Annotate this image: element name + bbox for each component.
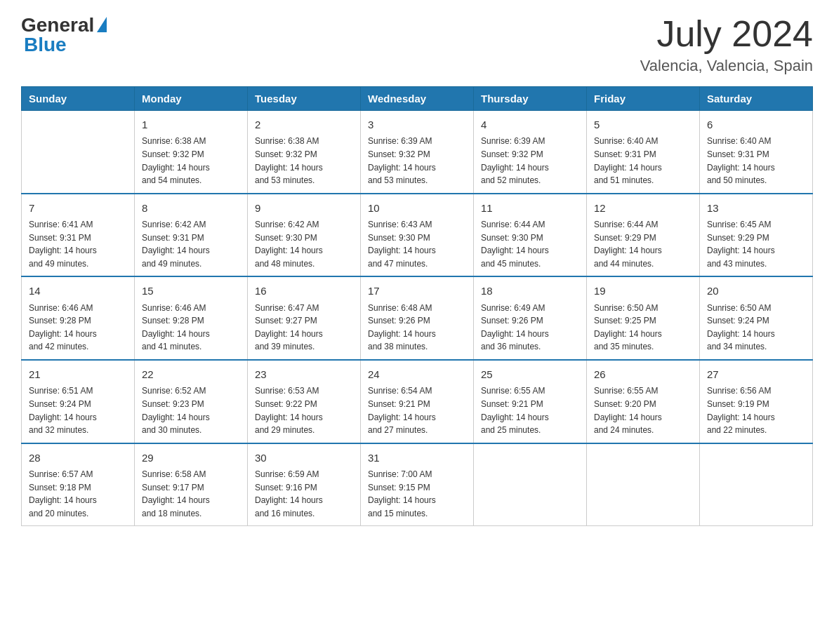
day-info: Sunrise: 6:55 AMSunset: 9:21 PMDaylight:… bbox=[481, 384, 579, 436]
day-number: 1 bbox=[142, 116, 240, 133]
day-info: Sunrise: 6:44 AMSunset: 9:29 PMDaylight:… bbox=[594, 218, 692, 270]
calendar-cell: 26Sunrise: 6:55 AMSunset: 9:20 PMDayligh… bbox=[587, 360, 700, 443]
day-info: Sunrise: 6:41 AMSunset: 9:31 PMDaylight:… bbox=[29, 218, 127, 270]
calendar-cell: 5Sunrise: 6:40 AMSunset: 9:31 PMDaylight… bbox=[587, 111, 700, 194]
day-info: Sunrise: 6:45 AMSunset: 9:29 PMDaylight:… bbox=[707, 218, 805, 270]
weekday-header-thursday: Thursday bbox=[474, 87, 587, 111]
calendar-cell: 16Sunrise: 6:47 AMSunset: 9:27 PMDayligh… bbox=[248, 276, 361, 360]
logo: General Blue bbox=[21, 14, 107, 56]
weekday-header-wednesday: Wednesday bbox=[361, 87, 474, 111]
calendar-cell: 10Sunrise: 6:43 AMSunset: 9:30 PMDayligh… bbox=[361, 194, 474, 277]
day-number: 8 bbox=[142, 200, 240, 216]
day-number: 13 bbox=[707, 200, 805, 216]
day-info: Sunrise: 6:42 AMSunset: 9:30 PMDaylight:… bbox=[255, 218, 353, 270]
calendar-cell: 13Sunrise: 6:45 AMSunset: 9:29 PMDayligh… bbox=[700, 194, 813, 277]
calendar-cell: 3Sunrise: 6:39 AMSunset: 9:32 PMDaylight… bbox=[361, 111, 474, 194]
calendar-cell: 23Sunrise: 6:53 AMSunset: 9:22 PMDayligh… bbox=[248, 360, 361, 443]
calendar-cell: 6Sunrise: 6:40 AMSunset: 9:31 PMDaylight… bbox=[700, 111, 813, 194]
calendar-cell bbox=[700, 443, 813, 526]
day-number: 30 bbox=[255, 450, 353, 466]
day-info: Sunrise: 6:42 AMSunset: 9:31 PMDaylight:… bbox=[142, 218, 240, 270]
day-info: Sunrise: 6:50 AMSunset: 9:25 PMDaylight:… bbox=[594, 302, 692, 354]
logo-triangle-icon bbox=[97, 17, 107, 32]
day-info: Sunrise: 6:52 AMSunset: 9:23 PMDaylight:… bbox=[142, 384, 240, 436]
calendar-week-row: 1Sunrise: 6:38 AMSunset: 9:32 PMDaylight… bbox=[22, 111, 813, 194]
day-info: Sunrise: 6:38 AMSunset: 9:32 PMDaylight:… bbox=[142, 135, 240, 187]
calendar-cell: 28Sunrise: 6:57 AMSunset: 9:18 PMDayligh… bbox=[22, 443, 135, 526]
day-number: 11 bbox=[481, 200, 579, 216]
calendar-cell: 27Sunrise: 6:56 AMSunset: 9:19 PMDayligh… bbox=[700, 360, 813, 443]
day-info: Sunrise: 6:40 AMSunset: 9:31 PMDaylight:… bbox=[594, 135, 692, 187]
weekday-header-row: SundayMondayTuesdayWednesdayThursdayFrid… bbox=[22, 87, 813, 111]
day-number: 6 bbox=[707, 116, 805, 133]
calendar-cell: 15Sunrise: 6:46 AMSunset: 9:28 PMDayligh… bbox=[135, 276, 248, 360]
calendar-cell: 30Sunrise: 6:59 AMSunset: 9:16 PMDayligh… bbox=[248, 443, 361, 526]
calendar-cell: 29Sunrise: 6:58 AMSunset: 9:17 PMDayligh… bbox=[135, 443, 248, 526]
day-info: Sunrise: 6:39 AMSunset: 9:32 PMDaylight:… bbox=[368, 135, 466, 187]
calendar-cell: 2Sunrise: 6:38 AMSunset: 9:32 PMDaylight… bbox=[248, 111, 361, 194]
calendar-week-row: 7Sunrise: 6:41 AMSunset: 9:31 PMDaylight… bbox=[22, 194, 813, 277]
day-info: Sunrise: 7:00 AMSunset: 9:15 PMDaylight:… bbox=[368, 468, 466, 520]
calendar-cell: 31Sunrise: 7:00 AMSunset: 9:15 PMDayligh… bbox=[361, 443, 474, 526]
day-info: Sunrise: 6:54 AMSunset: 9:21 PMDaylight:… bbox=[368, 384, 466, 436]
day-number: 27 bbox=[707, 366, 805, 382]
calendar-cell: 17Sunrise: 6:48 AMSunset: 9:26 PMDayligh… bbox=[361, 276, 474, 360]
day-number: 28 bbox=[29, 450, 127, 466]
page-header: General Blue July 2024 Valencia, Valenci… bbox=[21, 14, 813, 75]
day-info: Sunrise: 6:39 AMSunset: 9:32 PMDaylight:… bbox=[481, 135, 579, 187]
title-block: July 2024 Valencia, Valencia, Spain bbox=[640, 14, 813, 75]
day-number: 31 bbox=[368, 450, 466, 466]
day-number: 15 bbox=[142, 283, 240, 299]
day-number: 19 bbox=[594, 283, 692, 299]
day-number: 10 bbox=[368, 200, 466, 216]
weekday-header-saturday: Saturday bbox=[700, 87, 813, 111]
calendar-week-row: 28Sunrise: 6:57 AMSunset: 9:18 PMDayligh… bbox=[22, 443, 813, 526]
day-info: Sunrise: 6:56 AMSunset: 9:19 PMDaylight:… bbox=[707, 384, 805, 436]
day-number: 26 bbox=[594, 366, 692, 382]
day-number: 17 bbox=[368, 283, 466, 299]
calendar-cell: 9Sunrise: 6:42 AMSunset: 9:30 PMDaylight… bbox=[248, 194, 361, 277]
calendar-cell: 7Sunrise: 6:41 AMSunset: 9:31 PMDaylight… bbox=[22, 194, 135, 277]
day-number: 14 bbox=[29, 283, 127, 299]
calendar-week-row: 21Sunrise: 6:51 AMSunset: 9:24 PMDayligh… bbox=[22, 360, 813, 443]
day-number: 12 bbox=[594, 200, 692, 216]
day-number: 2 bbox=[255, 116, 353, 133]
calendar-cell: 14Sunrise: 6:46 AMSunset: 9:28 PMDayligh… bbox=[22, 276, 135, 360]
day-number: 7 bbox=[29, 200, 127, 216]
weekday-header-friday: Friday bbox=[587, 87, 700, 111]
day-info: Sunrise: 6:47 AMSunset: 9:27 PMDaylight:… bbox=[255, 302, 353, 354]
day-number: 16 bbox=[255, 283, 353, 299]
calendar-cell: 24Sunrise: 6:54 AMSunset: 9:21 PMDayligh… bbox=[361, 360, 474, 443]
location-subtitle: Valencia, Valencia, Spain bbox=[640, 57, 813, 75]
day-info: Sunrise: 6:44 AMSunset: 9:30 PMDaylight:… bbox=[481, 218, 579, 270]
day-info: Sunrise: 6:38 AMSunset: 9:32 PMDaylight:… bbox=[255, 135, 353, 187]
day-info: Sunrise: 6:48 AMSunset: 9:26 PMDaylight:… bbox=[368, 302, 466, 354]
day-info: Sunrise: 6:49 AMSunset: 9:26 PMDaylight:… bbox=[481, 302, 579, 354]
day-number: 4 bbox=[481, 116, 579, 133]
day-info: Sunrise: 6:46 AMSunset: 9:28 PMDaylight:… bbox=[142, 302, 240, 354]
day-number: 24 bbox=[368, 366, 466, 382]
day-info: Sunrise: 6:43 AMSunset: 9:30 PMDaylight:… bbox=[368, 218, 466, 270]
calendar-cell: 12Sunrise: 6:44 AMSunset: 9:29 PMDayligh… bbox=[587, 194, 700, 277]
logo-blue-text: Blue bbox=[21, 34, 67, 56]
calendar-cell: 8Sunrise: 6:42 AMSunset: 9:31 PMDaylight… bbox=[135, 194, 248, 277]
day-info: Sunrise: 6:50 AMSunset: 9:24 PMDaylight:… bbox=[707, 302, 805, 354]
calendar-cell: 11Sunrise: 6:44 AMSunset: 9:30 PMDayligh… bbox=[474, 194, 587, 277]
calendar-cell bbox=[587, 443, 700, 526]
day-number: 18 bbox=[481, 283, 579, 299]
calendar-cell: 19Sunrise: 6:50 AMSunset: 9:25 PMDayligh… bbox=[587, 276, 700, 360]
day-number: 22 bbox=[142, 366, 240, 382]
day-number: 23 bbox=[255, 366, 353, 382]
calendar-cell: 4Sunrise: 6:39 AMSunset: 9:32 PMDaylight… bbox=[474, 111, 587, 194]
weekday-header-monday: Monday bbox=[135, 87, 248, 111]
day-info: Sunrise: 6:46 AMSunset: 9:28 PMDaylight:… bbox=[29, 302, 127, 354]
month-year-title: July 2024 bbox=[640, 14, 813, 54]
day-number: 29 bbox=[142, 450, 240, 466]
weekday-header-tuesday: Tuesday bbox=[248, 87, 361, 111]
day-number: 9 bbox=[255, 200, 353, 216]
day-number: 21 bbox=[29, 366, 127, 382]
day-info: Sunrise: 6:57 AMSunset: 9:18 PMDaylight:… bbox=[29, 468, 127, 520]
day-info: Sunrise: 6:40 AMSunset: 9:31 PMDaylight:… bbox=[707, 135, 805, 187]
day-info: Sunrise: 6:59 AMSunset: 9:16 PMDaylight:… bbox=[255, 468, 353, 520]
day-number: 5 bbox=[594, 116, 692, 133]
